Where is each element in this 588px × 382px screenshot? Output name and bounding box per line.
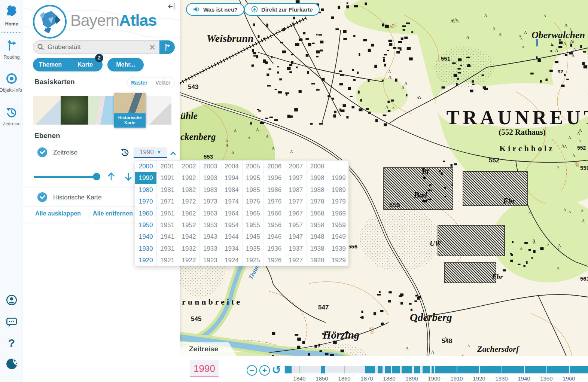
clear-search-icon[interactable] (149, 43, 156, 51)
year-option[interactable]: 1924 (221, 254, 242, 266)
year-option[interactable]: 1942 (178, 231, 199, 242)
collapse-layer-chevron[interactable] (170, 150, 176, 157)
year-option[interactable]: 1935 (242, 243, 263, 254)
sidebar-item-objektinfo[interactable]: Objekt-Info (0, 72, 23, 93)
move-layer-up-button[interactable] (106, 171, 116, 183)
year-option[interactable]: 1995 (242, 172, 263, 184)
year-option[interactable]: 2005 (242, 161, 263, 172)
year-option[interactable]: 1952 (178, 219, 199, 231)
year-option[interactable]: 1981 (156, 184, 178, 196)
year-option[interactable]: 1958 (307, 219, 328, 231)
timeline-track[interactable] (284, 366, 588, 373)
year-option[interactable]: 1926 (263, 254, 285, 266)
year-option[interactable]: 1941 (156, 231, 178, 242)
year-option[interactable]: 1922 (178, 254, 199, 266)
year-option[interactable]: 1996 (263, 172, 285, 184)
slider-thumb[interactable] (93, 173, 100, 180)
transparency-slider[interactable] (34, 176, 98, 178)
year-option[interactable]: 1932 (178, 243, 199, 254)
zeitreise-checkbox[interactable] (37, 147, 47, 157)
timeline-coverage-segment[interactable] (385, 366, 391, 373)
year-option[interactable]: 2007 (285, 161, 306, 172)
timeline-coverage-segment[interactable] (423, 366, 430, 373)
timeline-coverage-segment[interactable] (402, 366, 412, 373)
year-option[interactable]: 1955 (242, 219, 263, 231)
basemap-thumb-topo[interactable] (88, 96, 116, 125)
year-option[interactable]: 1984 (221, 184, 242, 196)
year-option[interactable]: 1928 (307, 254, 328, 266)
year-option[interactable]: 1944 (221, 231, 242, 242)
timeline-coverage-segment[interactable] (432, 366, 588, 373)
year-option[interactable]: 1943 (199, 231, 221, 242)
year-option[interactable]: 1982 (178, 184, 199, 196)
year-option[interactable]: 1977 (285, 196, 306, 207)
year-option[interactable]: 2006 (263, 161, 285, 172)
timeline-coverage-segment[interactable] (321, 366, 325, 373)
year-option[interactable]: 2000 (135, 161, 156, 172)
help-button[interactable]: ? (0, 337, 23, 349)
year-option[interactable]: 1978 (307, 196, 328, 207)
year-option[interactable]: 1934 (221, 243, 242, 254)
year-option[interactable]: 1939 (328, 243, 349, 254)
year-option[interactable]: 1968 (307, 208, 328, 219)
year-option[interactable]: 1976 (263, 196, 285, 207)
account-button[interactable] (0, 294, 23, 308)
year-option[interactable]: 1923 (199, 254, 221, 266)
year-option[interactable]: 1937 (285, 243, 306, 254)
year-option[interactable]: 1998 (307, 172, 328, 184)
year-option[interactable]: 2002 (178, 161, 199, 172)
dark-mode-button[interactable] (0, 357, 23, 372)
move-layer-down-button[interactable] (124, 171, 133, 183)
year-option[interactable]: 1986 (263, 184, 285, 196)
year-option[interactable]: 1957 (285, 219, 306, 231)
expand-all-link[interactable]: Alle ausklappen (35, 210, 81, 217)
year-option[interactable]: 1964 (221, 208, 242, 219)
basemap-thumb-historic-selected[interactable]: HistorischeKarte (114, 93, 146, 128)
collapse-panel-button[interactable] (168, 2, 177, 11)
year-option[interactable]: 1936 (263, 243, 285, 254)
year-option[interactable]: 1921 (156, 254, 178, 266)
year-option[interactable]: 1992 (178, 172, 199, 184)
sidebar-item-routing[interactable]: Routing (0, 39, 23, 60)
remove-all-link[interactable]: Alle entfernen (93, 210, 133, 217)
sidebar-item-home[interactable]: Home (0, 4, 23, 27)
historische-karte-checkbox[interactable] (37, 192, 47, 202)
year-option[interactable]: 1946 (263, 231, 285, 242)
toggle-raster[interactable]: Raster (128, 77, 151, 88)
year-option[interactable]: 1965 (242, 208, 263, 219)
raster-vektor-toggle[interactable]: Raster Vektor (127, 77, 175, 88)
year-option[interactable]: 2001 (156, 161, 178, 172)
year-option[interactable]: 1970 (135, 196, 156, 207)
year-option[interactable]: 1949 (328, 231, 349, 242)
timeline-coverage-segment[interactable] (378, 366, 383, 373)
timeline-zoom-out-button[interactable]: − (247, 365, 257, 376)
year-option[interactable]: 1967 (285, 208, 306, 219)
year-option[interactable]: 2008 (307, 161, 328, 172)
year-option[interactable]: 1980 (135, 184, 156, 196)
year-option[interactable]: 1979 (328, 196, 349, 207)
year-option[interactable]: 1920 (135, 254, 156, 266)
year-option[interactable]: 1983 (199, 184, 221, 196)
timeline-reset-button[interactable]: ↺ (272, 363, 281, 376)
tab-themen[interactable]: Themen (33, 58, 68, 71)
timeline-coverage-segment[interactable] (414, 366, 420, 373)
basemap-thumb-aerial[interactable] (61, 96, 88, 125)
year-option[interactable]: 1966 (263, 208, 285, 219)
year-option[interactable]: 1954 (221, 219, 242, 231)
year-option[interactable]: 1974 (221, 196, 242, 207)
year-option[interactable]: 1960 (135, 208, 156, 219)
timeline-coverage-segment[interactable] (285, 366, 292, 373)
year-option[interactable]: 1938 (307, 243, 328, 254)
feedback-button[interactable] (0, 317, 23, 329)
year-option[interactable]: 1994 (221, 172, 242, 184)
year-option[interactable]: 2004 (221, 161, 242, 172)
year-option[interactable]: 1951 (156, 219, 178, 231)
year-option[interactable]: 1940 (135, 231, 156, 242)
year-option[interactable]: 1991 (156, 172, 178, 184)
basemap-thumb-standard[interactable] (33, 96, 61, 125)
year-option[interactable]: 1925 (242, 254, 263, 266)
year-option[interactable]: 1956 (263, 219, 285, 231)
year-option[interactable]: 1972 (178, 196, 199, 207)
flurkarte-button[interactable]: Direkt zur Flurkarte (244, 3, 320, 16)
year-option[interactable]: 1990 (135, 172, 156, 184)
